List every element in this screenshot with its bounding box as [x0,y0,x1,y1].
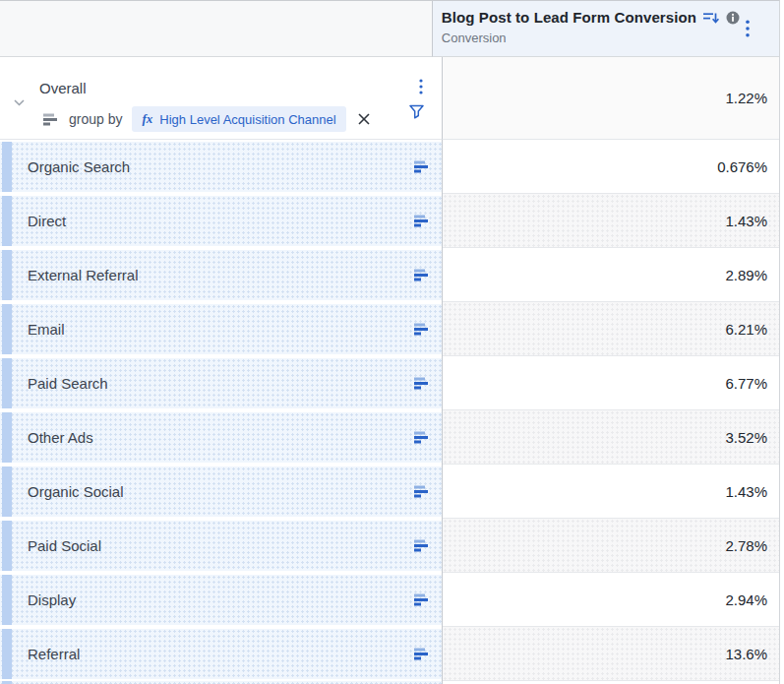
row-menu-kebab-icon[interactable] [419,79,423,94]
metric-column-header[interactable]: Blog Post to Lead Form Conversion [433,1,779,57]
formula-fx-icon: fx [142,111,152,127]
overall-value: 1.22% [725,90,767,106]
table-row: External Referral 2.89% [0,248,779,302]
row-value-cell: 0.676% [443,140,779,194]
remove-group-by-icon[interactable] [358,113,370,125]
row-value-cell: 2.78% [443,519,779,573]
info-icon[interactable] [726,11,740,25]
metric-title: Blog Post to Lead Form Conversion [442,9,696,26]
group-by-label: group by [69,111,122,127]
table-row: Organic Search 0.676% [0,140,779,194]
bar-chart-icon[interactable] [414,593,429,606]
bar-chart-icon[interactable] [414,377,429,390]
row-label: Organic Social [28,483,124,500]
table-row: Paid Search 6.77% [0,356,779,410]
table-header-row: Blog Post to Lead Form Conversion [0,1,779,57]
table-row: Other Ads 3.52% [0,410,779,465]
row-accent-bar [2,358,12,408]
row-accent-bar [2,521,12,571]
row-accent-bar [2,196,12,246]
column-menu-kebab-icon[interactable] [746,20,750,37]
group-by-icon [43,113,58,126]
row-value: 2.78% [725,537,767,554]
row-accent-bar [2,250,12,300]
row-value-cell: 2.89% [443,248,779,302]
row-value-cell: 1.43% [443,465,779,519]
row-value: 0.676% [717,158,767,175]
group-cell[interactable]: Organic Search [0,142,442,192]
bar-chart-icon[interactable] [414,485,429,498]
row-value-cell: 6.21% [443,302,779,356]
row-label: External Referral [28,267,139,283]
row-label: Direct [28,213,66,229]
row-label: Paid Search [28,375,108,392]
table-row: Paid Social 2.78% [0,519,779,573]
row-value: 6.21% [725,321,767,338]
bar-chart-icon[interactable] [414,539,429,552]
bar-chart-icon[interactable] [414,160,429,173]
row-value: 13.6% [725,646,767,662]
row-label: Organic Search [28,158,130,175]
bar-chart-icon[interactable] [414,215,429,227]
overall-value-cell: 1.22% [443,57,779,140]
row-accent-bar [2,142,12,192]
group-cell[interactable]: External Referral [0,250,442,300]
table-row: Organic Social 1.43% [0,465,779,519]
row-value: 1.43% [725,213,767,229]
bar-chart-icon[interactable] [414,323,429,336]
row-accent-bar [2,412,12,463]
header-empty-cell [0,1,433,57]
row-label: Email [28,321,65,338]
row-accent-bar [2,466,12,517]
group-cell[interactable]: Other Ads [0,412,442,463]
row-accent-bar [2,629,12,679]
row-value-cell: 13.6% [443,627,779,681]
group-by-property-chip[interactable]: fx High Level Acquisition Channel [132,106,345,132]
sort-descending-icon[interactable] [702,11,720,25]
group-cell[interactable]: Direct [0,196,442,246]
metric-subtitle: Conversion [442,31,740,45]
row-value: 3.52% [725,429,767,446]
table-row: Direct 1.43% [0,194,779,248]
row-accent-bar [2,575,12,625]
table-row: Email 6.21% [0,302,779,356]
row-value: 1.43% [725,483,767,500]
group-cell[interactable]: Email [0,304,442,354]
chevron-down-icon[interactable] [14,99,25,106]
row-value: 2.94% [725,591,767,608]
overall-row: Overall group by [0,57,779,140]
row-value-cell: 3.52% [443,410,779,465]
filter-funnel-icon[interactable] [409,104,424,119]
bar-chart-icon[interactable] [414,648,429,660]
bar-chart-icon[interactable] [414,431,429,444]
table-body: Organic Search 0.676% Direct [0,140,779,681]
overall-cell[interactable]: Overall group by [0,57,443,140]
row-label: Display [28,591,76,608]
row-label: Referral [28,646,80,662]
row-value-cell: 6.77% [443,356,779,410]
group-cell[interactable]: Display [0,575,442,625]
row-label: Paid Social [28,537,101,554]
row-value-cell: 2.94% [443,573,779,627]
overall-label: Overall [39,80,87,96]
row-value-cell: 1.43% [443,194,779,248]
group-cell[interactable]: Paid Social [0,521,442,571]
row-value: 6.77% [725,375,767,392]
group-cell[interactable]: Paid Search [0,358,442,408]
table-row: Referral 13.6% [0,627,779,681]
conversion-breakdown-table: Blog Post to Lead Form Conversion [0,0,780,684]
group-cell[interactable]: Referral [0,629,442,679]
row-accent-bar [2,304,12,354]
table-row: Display 2.94% [0,573,779,627]
bar-chart-icon[interactable] [414,269,429,281]
row-label: Other Ads [28,429,93,446]
group-by-property-name: High Level Acquisition Channel [159,112,335,127]
group-cell[interactable]: Organic Social [0,466,442,517]
row-value: 2.89% [725,267,767,283]
